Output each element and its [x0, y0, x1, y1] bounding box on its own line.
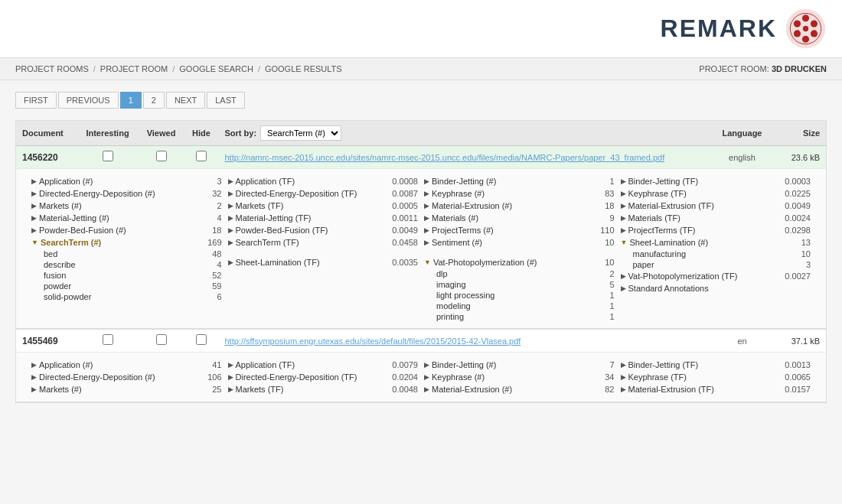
expand-item[interactable]: ▶ Keyphrase (#) 83: [424, 187, 615, 200]
interesting-checkbox[interactable]: [103, 151, 113, 161]
expand-item[interactable]: ▶ Directed-Energy-Deposition (TF) 0.0087: [228, 187, 419, 200]
expand-item[interactable]: ▶ Material-Extrusion (#) 82: [424, 383, 615, 395]
expand-item[interactable]: ▶ Binder-Jetting (#) 1: [424, 175, 615, 187]
expand-item[interactable]: ▶ Powder-Bed-Fusion (#) 18: [31, 224, 222, 236]
breadcrumb-google-search[interactable]: GOOGLE SEARCH: [179, 64, 253, 73]
expand-item-count: 34: [592, 372, 615, 382]
expand-item[interactable]: ▶ Keyphrase (#) 34: [424, 371, 615, 383]
expand-item[interactable]: ▶ Powder-Bed-Fusion (TF) 0.0049: [228, 224, 419, 236]
expand-item[interactable]: ▶ Material-Jetting (TF) 0.0011: [228, 212, 419, 224]
sub-item-count: 2: [592, 269, 615, 278]
viewed-checkbox[interactable]: [156, 151, 167, 161]
expand-triangle: ▶: [31, 361, 37, 369]
expand-item[interactable]: ▶ Materials (TF) 0.0024: [621, 212, 811, 224]
expand-item-label: ▶ Markets (TF): [228, 385, 284, 394]
expand-item[interactable]: ▶ Keyphrase (TF) 0.0065: [621, 371, 811, 383]
expand-item-count: 0.0003: [785, 177, 811, 186]
breadcrumb-google-results[interactable]: GOOGLE RESULTS: [265, 64, 342, 73]
expand-item-label: ▶ Binder-Jetting (#): [424, 177, 496, 186]
expand-item-text: Binder-Jetting (TF): [628, 360, 699, 369]
sub-item-count: 5: [592, 280, 615, 289]
doc-id: 1456220: [16, 146, 77, 169]
expand-item[interactable]: ▶ Material-Extrusion (TF) 0.0049: [621, 200, 811, 212]
sub-item-label: bed: [44, 249, 57, 259]
col-hide: Hide: [184, 121, 219, 146]
expand-item-count: 0.0035: [392, 258, 418, 267]
expand-item[interactable]: ▶ SearchTerm (TF) 0.0458: [228, 236, 419, 249]
expand-item[interactable]: ▶ Directed-Energy-Deposition (TF) 0.0204: [228, 371, 419, 383]
interesting-checkbox[interactable]: [103, 334, 113, 345]
expand-item[interactable]: ▶ Markets (#) 2: [31, 200, 222, 212]
page-1-button[interactable]: 1: [120, 92, 142, 109]
expand-item-count: 110: [592, 226, 615, 235]
expand-item[interactable]: ▶ Material-Jetting (#) 4: [31, 212, 222, 224]
col-interesting: Interesting: [77, 121, 139, 146]
expand-item[interactable]: ▶ Application (TF) 0.0079: [228, 359, 419, 371]
viewed-checkbox[interactable]: [156, 334, 167, 345]
expand-item[interactable]: ▶ Binder-Jetting (TF) 0.0013: [621, 359, 811, 371]
expand-item[interactable]: ▶ Material-Extrusion (#) 18: [424, 200, 615, 212]
expand-item[interactable]: ▶ Materials (#) 9: [424, 212, 615, 224]
doc-link[interactable]: http://namrc-msec-2015.uncc.edu/sites/na…: [225, 153, 665, 162]
expand-item-text: SearchTerm (TF): [236, 238, 299, 247]
previous-page-button[interactable]: PREVIOUS: [58, 92, 119, 109]
expand-triangle: ▶: [621, 373, 626, 381]
expand-item-label: ▶ Markets (#): [31, 385, 82, 394]
expand-item-text: Binder-Jetting (#): [432, 177, 496, 186]
expand-item[interactable]: ▶ Binder-Jetting (#) 7: [424, 359, 615, 371]
expand-item[interactable]: ▶ Markets (TF) 0.0048: [228, 383, 419, 395]
expand-item[interactable]: ▶ Sentiment (#) 10: [424, 236, 615, 249]
sub-item: paper 3: [621, 259, 811, 270]
expand-item-count: 0.0079: [392, 360, 418, 369]
expand-item[interactable]: ▶ Vat-Photopolymerization (TF) 0.0027: [621, 270, 811, 282]
expand-item-label: ▶ Binder-Jetting (TF): [621, 177, 699, 186]
expand-item-count: 0.0298: [785, 226, 811, 235]
logo-area: REMARK: [661, 8, 827, 50]
expand-col-0: ▶ Application (#) 3 ▶ Directed-Energy-De…: [28, 175, 225, 322]
next-page-button[interactable]: NEXT: [166, 92, 205, 109]
expand-item[interactable]: ▶ Application (#) 3: [31, 175, 222, 187]
expand-triangle: ▶: [31, 226, 37, 234]
expand-item-text: Keyphrase (TF): [628, 372, 687, 382]
expand-item-text: Directed-Energy-Deposition (TF): [236, 372, 357, 382]
expand-item[interactable]: ▶ Material-Extrusion (TF) 0.0157: [621, 383, 811, 395]
expand-item[interactable]: ▶ Sheet-Lamination (TF) 0.0035: [228, 256, 419, 268]
expand-item[interactable]: ▶ Standard Annotations: [621, 282, 811, 294]
doc-language: english: [712, 146, 773, 169]
expand-item[interactable]: ▶ Keyphrase (TF) 0.0225: [621, 187, 811, 200]
expand-item-text: Binder-Jetting (TF): [628, 177, 699, 186]
sub-item-count: 1: [592, 291, 615, 300]
doc-link[interactable]: http://sffsymposium.engr.utexas.edu/site…: [225, 337, 521, 346]
expand-item[interactable]: ▼ Sheet-Lamination (#) 13: [621, 236, 811, 249]
sub-item-label: paper: [633, 260, 654, 269]
expand-item-label: ▶ Keyphrase (TF): [621, 372, 687, 382]
sub-item-count: 48: [199, 249, 222, 259]
breadcrumb-project-rooms[interactable]: PROJECT ROOMS: [15, 64, 89, 73]
expand-item[interactable]: ▶ ProjectTerms (TF) 0.0298: [621, 224, 811, 236]
expand-item[interactable]: ▶ Application (#) 41: [31, 359, 222, 371]
expand-item-text: Keyphrase (#): [432, 189, 485, 198]
expand-item-label: ▶ Directed-Energy-Deposition (TF): [228, 189, 357, 198]
expand-item[interactable]: ▼ Vat-Photopolymerization (#) 10: [424, 256, 615, 268]
hide-checkbox[interactable]: [196, 151, 207, 161]
page-2-button[interactable]: 2: [143, 92, 165, 109]
expand-item[interactable]: ▼ SearchTerm (#) 169: [31, 236, 222, 249]
expand-triangle: ▶: [621, 226, 626, 234]
last-page-button[interactable]: LAST: [207, 92, 245, 109]
sort-select[interactable]: SearchTerm (#): [260, 125, 341, 141]
sub-item: light processing 1: [424, 290, 615, 301]
expand-item[interactable]: ▶ Directed-Energy-Deposition (#) 106: [31, 371, 222, 383]
breadcrumb-project-room[interactable]: PROJECT ROOM: [100, 64, 168, 73]
project-room-label: PROJECT ROOM: 3D DRUCKEN: [699, 64, 827, 73]
hide-checkbox[interactable]: [196, 334, 207, 345]
expand-item[interactable]: ▶ Markets (#) 25: [31, 383, 222, 395]
expand-item[interactable]: ▶ Directed-Energy-Deposition (#) 32: [31, 187, 222, 200]
first-page-button[interactable]: FIRST: [15, 92, 57, 109]
expand-item[interactable]: ▶ ProjectTerms (#) 110: [424, 224, 615, 236]
expand-item[interactable]: ▶ Application (TF) 0.0008: [228, 175, 419, 187]
expand-item-text: Material-Extrusion (#): [432, 385, 512, 394]
sub-item: modeling 1: [424, 301, 615, 311]
expand-item[interactable]: ▶ Markets (TF) 0.0005: [228, 200, 419, 212]
expand-item[interactable]: ▶ Binder-Jetting (TF) 0.0003: [621, 175, 811, 187]
expand-item-count: 3: [199, 177, 222, 186]
